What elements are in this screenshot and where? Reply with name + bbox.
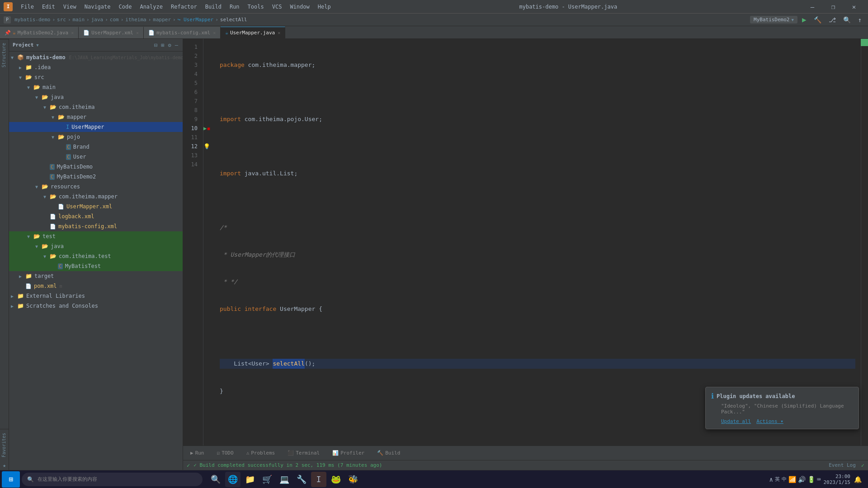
tab-run[interactable]: ▶ Run: [187, 449, 208, 457]
taskbar-notifications[interactable]: 🔔: [853, 475, 863, 484]
taskbar-app-edge[interactable]: 🌐: [225, 472, 241, 487]
taskbar-lang[interactable]: 英: [775, 476, 780, 483]
tree-item-idea[interactable]: ▶ 📁 .idea: [9, 62, 183, 72]
taskbar-search[interactable]: 🔍 在这里输入你要搜索的内容: [22, 473, 203, 486]
star-icon[interactable]: ★: [0, 461, 9, 470]
tree-item-logback[interactable]: 📄 logback.xml: [9, 211, 183, 221]
tree-item-usermapper-xml[interactable]: 📄 UserMapper.xml: [9, 202, 183, 211]
menu-build[interactable]: Build: [202, 3, 225, 11]
menu-view[interactable]: View: [60, 3, 80, 11]
structure-tab[interactable]: Structure: [0, 39, 9, 71]
tree-item-java[interactable]: ▼ 📂 java: [9, 92, 183, 102]
taskbar-app-code[interactable]: 💻: [277, 472, 292, 487]
breadcrumb-itheima[interactable]: itheima: [125, 17, 146, 23]
taskbar-app-bee[interactable]: 🐝: [345, 472, 361, 487]
tab2-close[interactable]: ✕: [136, 30, 139, 35]
build-icon[interactable]: 🔨: [811, 15, 824, 24]
maximize-button[interactable]: ❐: [823, 0, 844, 14]
taskbar-app-intellij[interactable]: I: [311, 472, 326, 487]
run-button[interactable]: ▶: [799, 14, 809, 25]
tab-usermapperjava[interactable]: ☕ UserMapper.java ✕: [221, 27, 285, 38]
debug-gutter-icon-10[interactable]: ◼: [207, 126, 210, 131]
tree-item-user[interactable]: C User: [9, 152, 183, 162]
tree-item-mybatisdemo2[interactable]: C MyBatisDemo2: [9, 172, 183, 182]
breadcrumb-selectall[interactable]: selectAll: [220, 17, 247, 23]
tree-item-main[interactable]: ▼ 📂 main: [9, 82, 183, 92]
code-content[interactable]: package com.itheima.mapper; import com.i…: [214, 39, 861, 446]
tree-item-pom[interactable]: 📄 pom.xml m: [9, 281, 183, 291]
menu-help[interactable]: Help: [314, 3, 335, 11]
tree-item-com-itheima-test[interactable]: ▼ 📂 com.itheima.test: [9, 251, 183, 261]
profile-selector[interactable]: MyBatisDemo2 ▼: [750, 16, 797, 23]
menu-vcs[interactable]: VCS: [269, 3, 286, 11]
breadcrumb-usermapper[interactable]: ↪ UserMapper: [178, 17, 213, 23]
close-button[interactable]: ✕: [844, 0, 864, 14]
menu-file[interactable]: File: [17, 3, 38, 11]
tab-build[interactable]: 🔨 Build: [373, 449, 404, 457]
taskbar-keyboard-icon[interactable]: ⌨: [817, 476, 821, 483]
tree-item-target[interactable]: ▶ 📁 target: [9, 271, 183, 281]
tab-mybatisconfig[interactable]: 📄 mybatis-config.xml ✕: [144, 27, 221, 38]
favorites-tab[interactable]: Favorites: [0, 429, 9, 461]
hide-panel-icon[interactable]: —: [174, 41, 179, 49]
breadcrumb-java[interactable]: java: [91, 17, 104, 23]
tab-todo[interactable]: ☑ TODO: [213, 449, 237, 457]
scroll-to-source-icon[interactable]: ⊞: [160, 41, 165, 49]
tree-item-mybatistest[interactable]: C MyBatisTest: [9, 261, 183, 271]
breadcrumb-com[interactable]: com: [110, 17, 119, 23]
code-editor[interactable]: 1 2 3 4 5 6 7 8 9 10 11 12 13 14: [183, 39, 868, 446]
tree-item-root[interactable]: ▼ 📦 mybatis-demo E:\JAVA_LearningMateria…: [9, 52, 183, 62]
taskbar-battery-icon[interactable]: 🔋: [807, 476, 815, 483]
tree-item-test-java[interactable]: ▼ 📂 java: [9, 241, 183, 251]
tree-item-test[interactable]: ▼ 📂 test: [9, 231, 183, 241]
tab-problems[interactable]: ⚠ Problems: [243, 449, 279, 457]
taskbar-network-icon[interactable]: 📶: [788, 476, 796, 483]
tab-mybatisdemo2[interactable]: 📌 ☕ MyBatisDemo2.java ✕: [0, 27, 79, 38]
tree-item-mybatisconfig[interactable]: 📄 mybatis-config.xml: [9, 221, 183, 231]
update-all-link[interactable]: Update all: [721, 418, 751, 424]
breadcrumb-main[interactable]: main: [73, 17, 85, 23]
search-icon[interactable]: 🔍: [840, 15, 854, 24]
event-log-label[interactable]: Event Log: [829, 462, 856, 468]
taskbar-up-arrow[interactable]: ∧: [769, 476, 773, 483]
menu-refactor[interactable]: Refactor: [167, 3, 201, 11]
tree-item-brand[interactable]: C Brand: [9, 142, 183, 152]
vcs-icon[interactable]: ⎇: [826, 15, 839, 24]
tree-item-external-libs[interactable]: ▶ 📁 External Libraries: [9, 291, 183, 301]
taskbar-app-frog[interactable]: 🐸: [328, 472, 344, 487]
minimize-button[interactable]: —: [802, 0, 823, 14]
tree-item-pojo[interactable]: ▼ 📂 pojo: [9, 132, 183, 142]
collapse-all-icon[interactable]: ⊟: [153, 41, 158, 49]
taskbar-clock[interactable]: 23:00 2023/1/15: [823, 474, 850, 485]
tree-item-mybatisdemo[interactable]: C MyBatisDemo: [9, 162, 183, 172]
actions-link[interactable]: Actions ▾: [756, 418, 783, 424]
taskbar-app-git[interactable]: 🔧: [294, 472, 309, 487]
start-button[interactable]: ⊞: [2, 471, 20, 488]
tree-item-usermapper[interactable]: I UserMapper: [9, 122, 183, 132]
taskbar-app-search[interactable]: 🔍: [208, 472, 223, 487]
taskbar-input-icon[interactable]: 中: [782, 476, 787, 483]
taskbar-sound-icon[interactable]: 🔊: [798, 476, 806, 483]
taskbar-app-store[interactable]: 🛒: [259, 472, 275, 487]
update-icon[interactable]: ↑: [855, 15, 864, 24]
tab3-close[interactable]: ✕: [213, 30, 216, 35]
tree-item-mapper[interactable]: ▼ 📂 mapper: [9, 112, 183, 122]
menu-window[interactable]: Window: [286, 3, 313, 11]
run-gutter-icon-10[interactable]: ▶: [203, 125, 207, 131]
tab1-close[interactable]: ✕: [71, 30, 74, 35]
menu-analyze[interactable]: Analyze: [136, 3, 166, 11]
tab4-close[interactable]: ✕: [278, 30, 280, 35]
breadcrumb-mapper[interactable]: mapper: [153, 17, 171, 23]
breadcrumb-project[interactable]: mybatis-demo: [14, 17, 50, 23]
tree-item-src[interactable]: ▼ 📂 src: [9, 72, 183, 82]
gutter-12[interactable]: 💡: [203, 142, 214, 151]
taskbar-app-files[interactable]: 📁: [242, 472, 258, 487]
tab-terminal[interactable]: ⬛ Terminal: [284, 449, 323, 457]
tree-item-com-itheima[interactable]: ▼ 📂 com.itheima: [9, 102, 183, 112]
tab-usermapperxml[interactable]: 📄 UserMapper.xml ✕: [79, 27, 144, 38]
menu-code[interactable]: Code: [115, 3, 136, 11]
panel-dropdown-icon[interactable]: ▼: [36, 43, 38, 47]
tree-item-mapper-resources[interactable]: ▼ 📂 com.itheima.mapper: [9, 192, 183, 202]
gutter-10[interactable]: ▶ ◼: [203, 124, 214, 133]
menu-navigate[interactable]: Navigate: [81, 3, 114, 11]
